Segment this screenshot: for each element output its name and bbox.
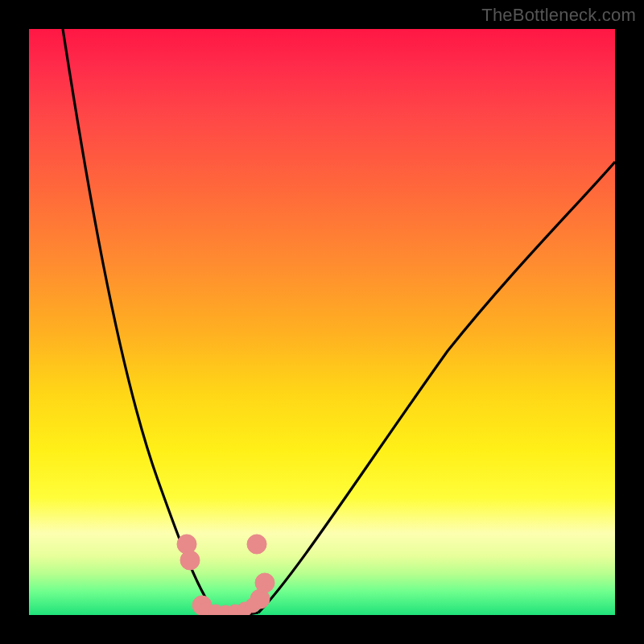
left-curve [63, 29, 216, 613]
right-curve [258, 162, 615, 613]
watermark-text: TheBottleneck.com [481, 5, 636, 26]
chart-frame: TheBottleneck.com [0, 0, 644, 644]
curve-overlay [29, 29, 615, 615]
marker-dot [247, 535, 266, 554]
plot-area [29, 29, 615, 615]
marker-dot [180, 551, 200, 570]
marker-dot [255, 573, 275, 592]
valley-dots [177, 535, 275, 615]
